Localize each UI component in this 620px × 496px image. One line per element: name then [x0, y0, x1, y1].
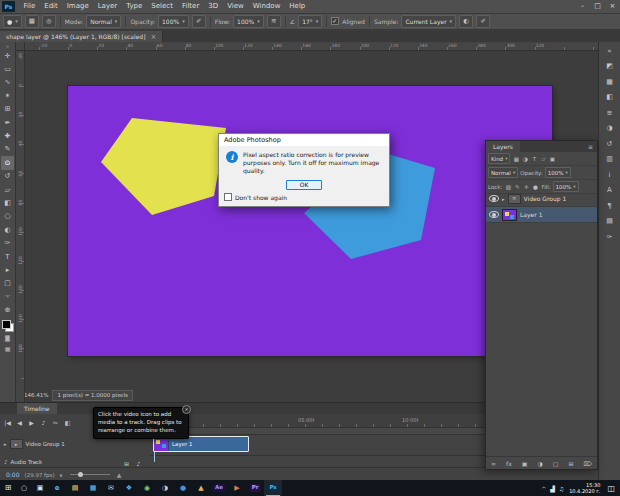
dock-color-icon[interactable]: ◩: [603, 61, 617, 72]
taskbar-after-effects[interactable]: Ae: [210, 480, 228, 496]
new-layer-icon[interactable]: ⊞: [568, 460, 573, 467]
dock-paths-icon[interactable]: ✑: [603, 231, 617, 242]
tool-path-selection[interactable]: ▸: [1, 263, 14, 276]
menu-filter[interactable]: Filter: [177, 0, 203, 13]
taskbar-app-gray[interactable]: ◑: [156, 480, 174, 496]
aligned-checkbox[interactable]: [331, 17, 339, 25]
menu-type[interactable]: Type: [122, 0, 147, 13]
toggle-brush-settings-icon[interactable]: ▦: [25, 15, 39, 28]
filter-shape-layers-icon[interactable]: ▱: [539, 154, 547, 163]
brush-angle-field[interactable]: 17°: [298, 15, 322, 28]
ok-button[interactable]: OK: [286, 180, 322, 190]
ignore-adjustment-layers-icon[interactable]: ◐: [459, 15, 473, 28]
split-at-playhead-icon[interactable]: ✂: [51, 417, 60, 427]
taskbar-edge[interactable]: e: [48, 480, 66, 496]
dock-paragraph-icon[interactable]: ¶: [603, 200, 617, 211]
tab-timeline[interactable]: Timeline: [17, 403, 57, 414]
zoom-level[interactable]: 146.41%: [24, 392, 48, 398]
task-view-icon[interactable]: ▣: [32, 480, 48, 496]
layer-row-video-group-1[interactable]: ▸≡Video Group 1: [486, 191, 597, 207]
play-icon[interactable]: ▶: [27, 417, 36, 427]
flow-dropdown[interactable]: 100%: [233, 15, 264, 28]
tool-eyedropper[interactable]: ✒: [1, 116, 14, 129]
hidden-icons-chevron-icon[interactable]: ^: [541, 485, 546, 492]
taskbar-store[interactable]: ▦: [84, 480, 102, 496]
add-audio-icon[interactable]: ⊞: [122, 458, 131, 468]
tool-gradient[interactable]: ◧: [1, 196, 14, 209]
search-icon[interactable]: ○: [16, 480, 32, 496]
filter-pixel-layers-icon[interactable]: ▦: [512, 154, 520, 163]
minimize-button[interactable]: –: [575, 0, 590, 13]
tool-dodge[interactable]: ◐: [1, 223, 14, 236]
menu-image[interactable]: Image: [62, 0, 93, 13]
video-track-label[interactable]: ▸ ▸ Video Group 1: [4, 439, 65, 449]
dock-libraries-icon[interactable]: ≡: [603, 107, 617, 118]
tool-blur[interactable]: ○: [1, 210, 14, 223]
taskbar-photoshop[interactable]: Ps: [264, 480, 282, 496]
dock-history-icon[interactable]: ↺: [603, 138, 617, 149]
go-to-first-frame-icon[interactable]: |◀: [3, 417, 12, 427]
filter-kind-dropdown[interactable]: Kind: [488, 153, 510, 164]
audio-track-label[interactable]: ♪ Audio Track: [4, 459, 42, 465]
taskbar-app-orange[interactable]: ▲: [192, 480, 210, 496]
sample-dropdown[interactable]: Current Layer: [401, 15, 456, 28]
tab-close-icon[interactable]: ×: [151, 33, 157, 41]
toggle-clone-source-icon[interactable]: ◎: [42, 15, 56, 28]
zoom-in-icon[interactable]: ▲: [117, 471, 122, 478]
color-swatches[interactable]: [2, 320, 14, 332]
tool-zoom[interactable]: ⊕: [1, 303, 14, 316]
document-tab[interactable]: shape layer @ 146% (Layer 1, RGB/8) [sca…: [0, 31, 163, 42]
visibility-eye-icon[interactable]: [489, 195, 499, 202]
quick-mask-icon[interactable]: ◙: [1, 332, 14, 343]
layer-opacity-dropdown[interactable]: 100%: [545, 167, 571, 178]
menu-view[interactable]: View: [223, 0, 249, 13]
dock-adjustments-icon[interactable]: ◑: [603, 123, 617, 134]
pressure-size-icon[interactable]: ✐: [476, 15, 490, 28]
start-button[interactable]: ⊞: [0, 480, 16, 496]
menu-window[interactable]: Window: [248, 0, 285, 13]
pressure-opacity-icon[interactable]: ✐: [192, 15, 206, 28]
tool-crop[interactable]: ⊞: [1, 103, 14, 116]
new-adjustment-layer-icon[interactable]: ◑: [537, 460, 542, 467]
visibility-eye-icon[interactable]: [489, 211, 499, 218]
expand-chevron-icon[interactable]: ▸: [4, 441, 7, 447]
dock-collapse-panels-icon[interactable]: «: [603, 45, 617, 56]
canvas[interactable]: [68, 86, 552, 356]
menu-select[interactable]: Select: [147, 0, 178, 13]
tool-quick-selection[interactable]: ✶: [1, 89, 14, 102]
tab-layers[interactable]: Layers: [486, 141, 520, 152]
tooltip-close-icon[interactable]: ×: [182, 405, 191, 414]
zoom-out-icon[interactable]: ▲: [60, 472, 63, 477]
tool-eraser[interactable]: ▱: [1, 183, 14, 196]
mute-audio-icon[interactable]: ♪: [39, 417, 48, 427]
airbrush-icon[interactable]: ≋: [267, 15, 281, 28]
delete-layer-icon[interactable]: ⌦: [583, 460, 591, 467]
previous-frame-icon[interactable]: ◀: [15, 417, 24, 427]
link-layers-icon[interactable]: ∞: [491, 460, 496, 467]
taskbar-app-blue[interactable]: ●: [174, 480, 192, 496]
action-center-icon[interactable]: ◫: [605, 484, 617, 493]
dock-properties-icon[interactable]: ▥: [603, 154, 617, 165]
brush-preset-picker[interactable]: ●: [3, 15, 22, 28]
zoom-slider-handle[interactable]: [78, 472, 83, 477]
dock-channels-icon[interactable]: ▤: [603, 216, 617, 227]
audio-settings-icon[interactable]: ♪: [134, 458, 143, 468]
layer-blend-mode-dropdown[interactable]: Normal: [488, 167, 518, 178]
blend-mode-dropdown[interactable]: Normal: [86, 15, 121, 28]
menu-file[interactable]: File: [19, 0, 40, 13]
dont-show-again-checkbox[interactable]: [224, 193, 232, 201]
screen-mode-icon[interactable]: ▦: [1, 343, 14, 354]
menu-layer[interactable]: Layer: [93, 0, 122, 13]
taskbar-premiere[interactable]: Pr: [246, 480, 264, 496]
expand-chevron-icon[interactable]: ▸: [502, 196, 505, 202]
volume-icon[interactable]: ♫: [559, 485, 564, 492]
menu-edit[interactable]: Edit: [40, 0, 63, 13]
layer-style-icon[interactable]: fx: [506, 460, 512, 467]
layer-row-layer-1[interactable]: Layer 1: [486, 207, 597, 223]
menu-3d[interactable]: 3D: [204, 0, 223, 13]
dock-character-icon[interactable]: A: [603, 185, 617, 196]
transition-icon[interactable]: ◧: [63, 417, 72, 427]
maximize-button[interactable]: □: [590, 0, 605, 13]
dock-info-icon[interactable]: i: [603, 169, 617, 180]
panel-menu-icon[interactable]: ≡: [584, 141, 597, 152]
